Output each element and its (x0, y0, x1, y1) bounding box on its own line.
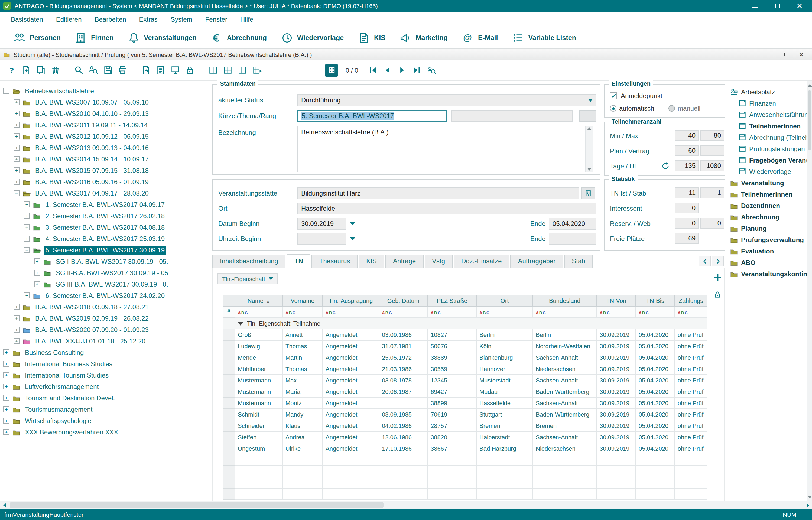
navfirst-button[interactable] (366, 63, 381, 77)
workspace-link-prüfungsleistungen[interactable]: Prüfungsleistungen (729, 143, 807, 154)
filter-cell-tln-ausprägung[interactable]: ABC (322, 306, 379, 318)
copy-button[interactable] (33, 63, 48, 77)
tablearr-button[interactable] (250, 63, 264, 77)
vertical-scrollbar[interactable] (807, 81, 812, 501)
tree-item[interactable]: +Tourismusmanagement (0, 404, 209, 415)
tree-item[interactable]: +2. Semester B.A. BWL-WS2017 26.02.18 (0, 210, 209, 222)
column-header-name[interactable]: Name▲ (235, 295, 283, 306)
tab-inhaltsbeschreibung[interactable]: Inhaltsbeschreibung (212, 255, 286, 267)
value-field[interactable]: 0 (675, 203, 699, 213)
tree-item[interactable]: +3. Semester B.A. BWL-WS2017 04.08.18 (0, 222, 209, 233)
horizontal-scrollbar[interactable] (0, 500, 812, 509)
tree-expander-plus-icon[interactable]: + (14, 304, 20, 310)
workspace-folder-planung[interactable]: Planung (729, 223, 807, 234)
column-header-tln-ausprägung[interactable]: Tln.-Ausprägung (322, 295, 379, 306)
table-row[interactable]: SchmidtMandyAngemeldet08.09.198570619Stu… (223, 409, 707, 420)
tree-expander-plus-icon[interactable]: + (14, 179, 20, 185)
tree-item[interactable]: +B.A. BWL-WS2018 03.09.18 - 27.08.21 (0, 301, 209, 313)
manuell-radio[interactable] (669, 105, 675, 111)
uhrzeit-dropdown-button[interactable] (348, 233, 357, 245)
staette-input[interactable]: Bildungsinstitut Harz (297, 187, 579, 199)
tab-doz-einsätze[interactable]: Doz.-Einsätze (454, 255, 509, 267)
scroll-up-icon[interactable] (808, 82, 812, 88)
menu-basisdaten[interactable]: Basisdaten (4, 11, 50, 27)
group-expand-icon[interactable] (238, 322, 243, 326)
tree-item[interactable]: −Betriebswirtschaftslehre (0, 85, 209, 97)
workspace-folder-veranstaltungskontingent[interactable]: Veranstaltungskontingent (729, 268, 807, 280)
textarea-scrollbar[interactable] (585, 126, 593, 172)
column-header-ort[interactable]: Ort (476, 295, 533, 306)
kuerzel-input[interactable]: 5. Semester B.A. BWL-WS2017 (297, 110, 447, 122)
column-header-tn-bis[interactable]: TN-Bis (636, 295, 675, 306)
anmeldepunkt-checkbox[interactable] (610, 92, 617, 99)
tree-expander-plus-icon[interactable]: + (3, 372, 9, 378)
tree-expander-plus-icon[interactable]: + (3, 361, 9, 367)
menu-editieren[interactable]: Editieren (50, 11, 88, 27)
value-field[interactable] (700, 145, 724, 156)
workspace-folder-prüfungsverwaltung[interactable]: Prüfungsverwaltung (729, 234, 807, 245)
tree-expander-plus-icon[interactable]: + (24, 213, 30, 219)
tree-expander-minus-icon[interactable]: − (14, 190, 20, 196)
tree-expander-plus-icon[interactable]: + (24, 236, 30, 241)
toolbar-wiedervorlage[interactable]: Wiedervorlage (274, 28, 351, 47)
tree-expander-plus-icon[interactable]: + (3, 395, 9, 401)
table-row[interactable]: GroßAnnettAngemeldet03.09.198610827Berli… (223, 329, 707, 340)
tab-thesaurus[interactable]: Thesaurus (312, 255, 358, 267)
filter-cell-bundesland[interactable]: ABC (533, 306, 597, 318)
toolbar-e-mail[interactable]: E-Mail (455, 28, 505, 47)
tree-item[interactable]: +SG I-B.A. BWL-WS2017 30.09.19 - 05. (0, 256, 209, 267)
help-button[interactable] (4, 63, 19, 77)
tree-expander-plus-icon[interactable]: + (14, 110, 20, 116)
table-row[interactable]: SteffenAndreaAngemeldet12.06.198638820Ha… (223, 432, 707, 443)
monitor-button[interactable] (168, 63, 183, 77)
maximize-button[interactable] (768, 1, 787, 11)
workspace-link-finanzen[interactable]: Finanzen (729, 98, 807, 109)
table-row[interactable]: LudewigThomasAngemeldet31.07.198150676Kö… (223, 340, 707, 352)
menu-hilfe[interactable]: Hilfe (234, 11, 260, 27)
automatisch-radio[interactable] (610, 105, 617, 111)
toolbar-kis[interactable]: KIS (351, 28, 392, 47)
value-field[interactable]: 40 (675, 130, 699, 141)
navlast-button[interactable] (410, 63, 424, 77)
workspace-link-anwesenheitsführung[interactable]: Anwesenheitsführung (729, 109, 807, 120)
pane1-button[interactable] (235, 63, 250, 77)
column-header-bundesland[interactable]: Bundesland (533, 295, 597, 306)
tree-expander-plus-icon[interactable]: + (3, 384, 9, 389)
value-field[interactable]: 0 (700, 218, 724, 229)
tree-expander-plus-icon[interactable]: + (14, 99, 20, 105)
tree-item[interactable]: +Business Consulting (0, 347, 209, 358)
toolbar-veranstaltungen[interactable]: Veranstaltungen (121, 28, 204, 47)
menu-extras[interactable]: Extras (133, 11, 164, 27)
value-field[interactable]: 1080 (700, 160, 724, 171)
tree-expander-plus-icon[interactable]: + (3, 429, 9, 435)
column-header-tn-von[interactable]: TN-Von (597, 295, 636, 306)
tree-expander-plus-icon[interactable]: + (34, 281, 40, 287)
table-row[interactable]: MühlhuberThomasAngemeldet21.03.198630559… (223, 363, 707, 374)
tree-expander-plus-icon[interactable]: + (14, 122, 20, 128)
tree-item[interactable]: +B.A. BWL-WS2019 02.09.19 - 26.08.22 (0, 313, 209, 324)
tree-expander-plus-icon[interactable]: + (24, 224, 30, 230)
table-row[interactable]: MustermannMoritzAngemeldet38899Hasselfel… (223, 397, 707, 409)
tree-expander-plus-icon[interactable]: + (3, 406, 9, 412)
tree-item[interactable]: +Tourism and Destination Devel. (0, 392, 209, 404)
venue-lookup-button[interactable] (581, 187, 595, 199)
tab-tn[interactable]: TN (287, 254, 311, 268)
tree-expander-plus-icon[interactable]: + (3, 418, 9, 423)
tree-item[interactable]: −5. Semester B.A. BWL-WS2017 30.09.19 (0, 244, 209, 256)
tree-item[interactable]: +1. Semester B.A. BWL-WS2017 04.09.17 (0, 199, 209, 210)
navnext-button[interactable] (395, 63, 410, 77)
tab-auftraggeber[interactable]: Auftraggeber (510, 255, 563, 267)
scroll-down-icon[interactable] (808, 493, 812, 500)
tree-item[interactable]: +B.A. BWL-WS2012 10.09.12 - 06.09.15 (0, 131, 209, 142)
ort-input[interactable]: Hasselfelde (297, 203, 596, 214)
minimize-button[interactable] (746, 1, 764, 11)
filter-cell-tn-von[interactable]: ABC (597, 306, 636, 318)
workspace-folder-dozentinnen[interactable]: DozentInnen (729, 200, 807, 211)
tree-item[interactable]: −B.A. BWL-WS2017 04.09.17 - 28.08.20 (0, 187, 209, 199)
scrollbar-thumb[interactable] (808, 90, 811, 150)
toolbar-variable-listen[interactable]: Variable Listen (505, 28, 583, 47)
workspace-link-teilnehmerinnen[interactable]: TeilnehmerInnen (729, 120, 807, 132)
tree-item[interactable]: +International Tourism Studies (0, 369, 209, 381)
workspace-folder-abo[interactable]: ABO (729, 257, 807, 268)
menu-fenster[interactable]: Fenster (199, 11, 234, 27)
